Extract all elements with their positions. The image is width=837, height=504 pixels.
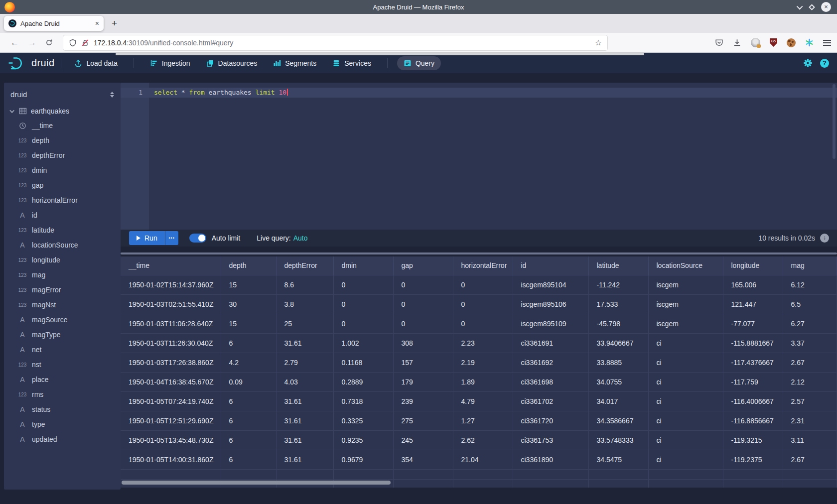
cell-locationSource[interactable]: iscgem — [648, 275, 723, 294]
cell-locationSource[interactable]: ci — [648, 411, 723, 430]
column-header-mag[interactable]: mag — [783, 256, 837, 275]
cookie-extension-icon[interactable] — [787, 38, 796, 47]
horizontal-scrollbar[interactable] — [122, 481, 391, 485]
live-query-value[interactable]: Auto — [293, 234, 308, 242]
cell-id[interactable]: ci3361753 — [513, 430, 588, 450]
cell-dmin[interactable]: 1.002 — [333, 333, 393, 353]
cell-horizontalError[interactable]: 2.62 — [453, 430, 513, 450]
cell-horizontalError[interactable]: 2.23 — [453, 333, 513, 353]
sidebar-column-depthError[interactable]: 123depthError — [4, 148, 121, 163]
cell-gap[interactable]: 239 — [393, 391, 453, 411]
column-header-dmin[interactable]: dmin — [333, 256, 393, 275]
cell-id[interactable]: ci3361720 — [513, 411, 588, 430]
cell-gap[interactable]: 179 — [393, 372, 453, 391]
cell-id[interactable]: ci3361692 — [513, 353, 588, 372]
cell-latitude[interactable]: 17.533 — [588, 294, 648, 314]
forward-button-icon[interactable]: → — [28, 38, 36, 48]
cell-horizontalError[interactable]: 0 — [453, 275, 513, 294]
cell-longitude[interactable]: -119.2375 — [723, 450, 783, 469]
cell-dmin[interactable]: 0 — [333, 294, 393, 314]
cell-gap[interactable]: 157 — [393, 353, 453, 372]
druid-logo[interactable]: druid — [8, 56, 54, 70]
sidebar-column-place[interactable]: Aplace — [4, 372, 121, 387]
cell-mag[interactable]: 2.67 — [783, 353, 837, 372]
cell-depthError[interactable]: 31.61 — [276, 411, 333, 430]
column-header-latitude[interactable]: latitude — [588, 256, 648, 275]
cell-depthError[interactable]: 31.61 — [276, 391, 333, 411]
nav-item-query[interactable]: Query — [397, 56, 441, 70]
cell-dmin[interactable]: 0.9679 — [333, 450, 393, 469]
sidebar-column-latitude[interactable]: 123latitude — [4, 223, 121, 238]
cell-mag[interactable]: 6.27 — [783, 314, 837, 333]
cell-depth[interactable]: 6 — [221, 411, 276, 430]
insecure-lock-icon[interactable] — [81, 39, 89, 47]
cell-latitude[interactable]: -11.242 — [588, 275, 648, 294]
cell-gap[interactable]: 308 — [393, 333, 453, 353]
sparkle-extension-icon[interactable] — [805, 38, 814, 47]
cell-locationSource[interactable]: ci — [648, 353, 723, 372]
window-close-icon[interactable]: × — [821, 2, 831, 12]
window-maximize-icon[interactable] — [809, 4, 815, 10]
back-button-icon[interactable]: ← — [10, 38, 19, 48]
cell-depth[interactable]: 0.09 — [221, 372, 276, 391]
run-more-button[interactable]: ••• — [165, 231, 178, 245]
sidebar-column-net[interactable]: Anet — [4, 342, 121, 357]
pocket-icon[interactable] — [715, 38, 723, 47]
sidebar-column-magError[interactable]: 123magError — [4, 282, 121, 297]
cell-mag[interactable]: 3.37 — [783, 333, 837, 353]
cell-horizontalError[interactable]: 0 — [453, 314, 513, 333]
cell-dmin[interactable]: 0.2889 — [333, 372, 393, 391]
sidebar-column-horizontalError[interactable]: 123horizontalError — [4, 193, 121, 208]
cell-locationSource[interactable]: ci — [648, 430, 723, 450]
sidebar-column-depth[interactable]: 123depth — [4, 133, 121, 148]
cell-latitude[interactable]: 33.9406667 — [588, 333, 648, 353]
menu-icon[interactable] — [823, 40, 831, 46]
url-bar[interactable]: 172.18.0.4:30109/unified-console.html#qu… — [63, 35, 607, 50]
cell-latitude[interactable]: 34.5475 — [588, 450, 648, 469]
cell-gap[interactable]: 0 — [393, 275, 453, 294]
cell-gap[interactable]: 354 — [393, 450, 453, 469]
nav-item-segments[interactable]: Segments — [267, 56, 323, 70]
cell-id[interactable]: ci3361698 — [513, 372, 588, 391]
cell-__time[interactable]: 1950-01-05T14:00:31.860Z — [121, 450, 221, 469]
cell-depth[interactable]: 6 — [221, 430, 276, 450]
cell-horizontalError[interactable]: 21.04 — [453, 450, 513, 469]
column-header-gap[interactable]: gap — [393, 256, 453, 275]
cell-__time[interactable]: 1950-01-03T11:06:28.640Z — [121, 314, 221, 333]
cell-dmin[interactable]: 0.1168 — [333, 353, 393, 372]
cell-longitude[interactable]: 121.447 — [723, 294, 783, 314]
nav-item-datasources[interactable]: Datasources — [200, 56, 264, 70]
cell-depth[interactable]: 15 — [221, 314, 276, 333]
cell-longitude[interactable]: 165.006 — [723, 275, 783, 294]
sidebar-column-magNst[interactable]: 123magNst — [4, 297, 121, 312]
sql-editor[interactable]: 1 select * from earthquakes limit 10 — [121, 83, 837, 230]
auto-limit-toggle[interactable] — [189, 234, 206, 243]
column-header-horizontalError[interactable]: horizontalError — [453, 256, 513, 275]
sidebar-column-locationSource[interactable]: AlocationSource — [4, 238, 121, 252]
sql-code[interactable]: select * from earthquakes limit 10 — [154, 89, 288, 96]
ublock-origin-icon[interactable]: UO — [770, 38, 777, 47]
sidebar-column-nst[interactable]: 123nst — [4, 357, 121, 372]
cell-locationSource[interactable]: ci — [648, 333, 723, 353]
download-results-icon[interactable]: ↓ — [820, 234, 829, 243]
cell-horizontalError[interactable]: 2.19 — [453, 353, 513, 372]
cell-gap[interactable]: 245 — [393, 430, 453, 450]
sidebar-column-magSource[interactable]: AmagSource — [4, 312, 121, 327]
nav-item-ingestion[interactable]: Ingestion — [143, 56, 197, 70]
cell-__time[interactable]: 1950-01-03T17:26:38.860Z — [121, 353, 221, 372]
cell-locationSource[interactable]: iscgem — [648, 294, 723, 314]
cell-depthError[interactable]: 4.03 — [276, 372, 333, 391]
cell-depth[interactable]: 6 — [221, 450, 276, 469]
cell-__time[interactable]: 1950-01-02T15:14:37.960Z — [121, 275, 221, 294]
cell-locationSource[interactable]: ci — [648, 450, 723, 469]
cell-__time[interactable]: 1950-01-03T11:26:30.040Z — [121, 333, 221, 353]
cell-id[interactable]: ci3361702 — [513, 391, 588, 411]
cell-mag[interactable]: 6.12 — [783, 275, 837, 294]
cell-mag[interactable]: 2.67 — [783, 450, 837, 469]
cell-longitude[interactable]: -116.8856667 — [723, 411, 783, 430]
sort-double-caret-icon[interactable] — [110, 92, 114, 98]
cell-depthError[interactable]: 2.79 — [276, 353, 333, 372]
cell-locationSource[interactable]: ci — [648, 391, 723, 411]
bookmark-star-icon[interactable]: ☆ — [595, 38, 602, 47]
cell-longitude[interactable]: -117.4376667 — [723, 353, 783, 372]
